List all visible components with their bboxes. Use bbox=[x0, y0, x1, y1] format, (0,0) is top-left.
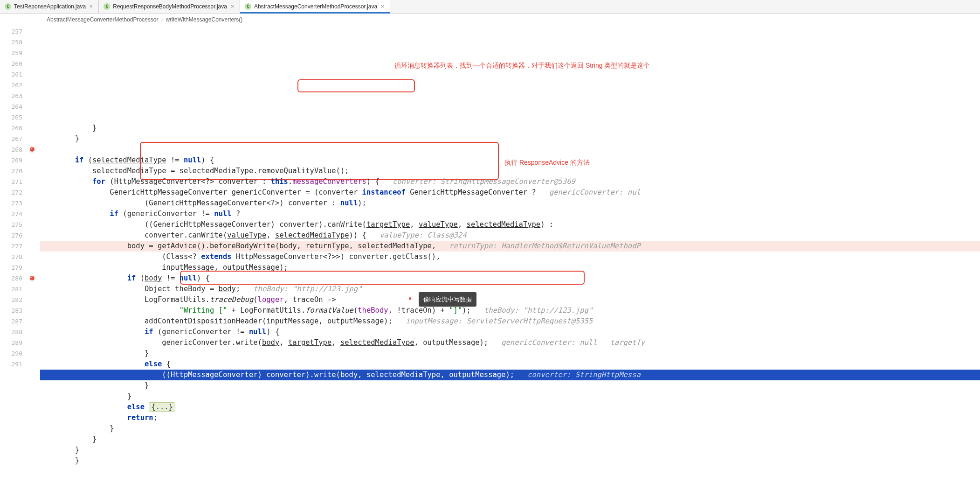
editor-tab[interactable]: CTestReponseApplication.java× bbox=[0, 0, 99, 13]
java-class-icon: C bbox=[5, 3, 11, 10]
close-icon[interactable]: × bbox=[89, 3, 94, 10]
code-line[interactable]: } bbox=[40, 123, 980, 133]
fold-ellipsis[interactable]: {...} bbox=[149, 402, 175, 412]
line-number: 260 bbox=[0, 58, 22, 69]
line-number: 263 bbox=[0, 91, 22, 101]
code-line[interactable]: } bbox=[40, 455, 980, 466]
code-line[interactable]: selectedMediaType = selectedMediaType.re… bbox=[40, 166, 980, 176]
breadcrumb: AbstractMessageConverterMethodProcessor … bbox=[0, 14, 980, 26]
line-number: 275 bbox=[0, 219, 22, 230]
line-number: 289 bbox=[0, 337, 22, 348]
breadcrumb-method[interactable]: writeWithMessageConverters() bbox=[166, 16, 242, 23]
line-number: 257 bbox=[0, 26, 22, 37]
line-number: 278 bbox=[0, 252, 22, 262]
code-line[interactable] bbox=[40, 144, 980, 155]
line-number: 262 bbox=[0, 80, 22, 91]
line-number: 258 bbox=[0, 37, 22, 48]
code-line[interactable]: if (genericConverter != null ? bbox=[40, 209, 980, 219]
breakpoint-gutter[interactable] bbox=[26, 26, 40, 466]
code-line[interactable]: genericConverter.write(body, targetType,… bbox=[40, 337, 980, 348]
line-number: 272 bbox=[0, 187, 22, 198]
code-line[interactable]: body = getAdvice().beforeBodyWrite(body,… bbox=[40, 241, 980, 252]
code-line[interactable]: ((HttpMessageConverter) converter).write… bbox=[40, 370, 980, 380]
editor-tabs: CTestReponseApplication.java×CRequestRes… bbox=[0, 0, 980, 14]
line-number: 282 bbox=[0, 294, 22, 305]
line-number: 265 bbox=[0, 112, 22, 123]
code-line[interactable]: } bbox=[40, 380, 980, 391]
code-area[interactable]: 循环消息转换器列表，找到一个合适的转换器，对于我们这个返回 String 类型的… bbox=[40, 26, 980, 466]
annotation-text-converters: 循环消息转换器列表，找到一个合适的转换器，对于我们这个返回 String 类型的… bbox=[394, 60, 650, 71]
code-line[interactable]: inputMessage, outputMessage); bbox=[40, 262, 980, 273]
line-number: 267 bbox=[0, 133, 22, 144]
code-line[interactable]: for (HttpMessageConverter<?> converter :… bbox=[40, 176, 980, 187]
code-line[interactable]: LogFormatUtils.traceDebug(logger, traceO… bbox=[40, 294, 980, 305]
code-line[interactable]: if (selectedMediaType != null) { bbox=[40, 155, 980, 166]
tab-label: TestReponseApplication.java bbox=[14, 3, 86, 10]
code-line[interactable]: return; bbox=[40, 413, 980, 423]
code-line[interactable]: ((GenericHttpMessageConverter) converter… bbox=[40, 219, 980, 230]
code-line[interactable]: } bbox=[40, 434, 980, 445]
code-line[interactable]: addContentDispositionHeader(inputMessage… bbox=[40, 316, 980, 327]
line-number: 266 bbox=[0, 123, 22, 133]
line-number: 271 bbox=[0, 176, 22, 187]
code-line[interactable]: GenericHttpMessageConverter genericConve… bbox=[40, 187, 980, 198]
code-editor[interactable]: 2572582592602612622632642652662672682692… bbox=[0, 26, 980, 466]
annotation-box-converters bbox=[297, 79, 415, 92]
chevron-right-icon: › bbox=[161, 16, 163, 23]
line-number: 264 bbox=[0, 101, 22, 112]
code-line[interactable]: converter.canWrite(valueType, selectedMe… bbox=[40, 230, 980, 241]
close-icon[interactable]: × bbox=[230, 3, 235, 10]
editor-tab[interactable]: CAbstractMessageConverterMethodProcessor… bbox=[240, 0, 390, 13]
line-number: 283 bbox=[0, 305, 22, 316]
code-line[interactable]: "Writing [" + LogFormatUtils.formatValue… bbox=[40, 305, 980, 316]
line-number: 291 bbox=[0, 359, 22, 370]
line-number: 290 bbox=[0, 348, 22, 359]
code-line[interactable]: } bbox=[40, 133, 980, 144]
line-number: 276 bbox=[0, 230, 22, 241]
code-line[interactable]: (Class<? extends HttpMessageConverter<?>… bbox=[40, 252, 980, 262]
line-number: 261 bbox=[0, 69, 22, 80]
line-number-gutter: 2572582592602612622632642652662672682692… bbox=[0, 26, 26, 466]
breadcrumb-class[interactable]: AbstractMessageConverterMethodProcessor bbox=[47, 16, 158, 23]
line-number: 280 bbox=[0, 273, 22, 284]
code-line[interactable]: Object theBody = body; theBody: "http://… bbox=[40, 284, 980, 294]
line-number: 259 bbox=[0, 48, 22, 58]
line-number: 274 bbox=[0, 209, 22, 219]
java-class-icon: C bbox=[104, 3, 110, 10]
close-icon[interactable]: × bbox=[380, 3, 385, 10]
line-number: 287 bbox=[0, 316, 22, 327]
code-line[interactable]: } bbox=[40, 445, 980, 455]
tab-label: AbstractMessageConverterMethodProcessor.… bbox=[254, 3, 377, 10]
code-line[interactable]: if (body != null) { bbox=[40, 273, 980, 284]
tab-label: RequestResponseBodyMethodProcessor.java bbox=[113, 3, 227, 10]
line-number: 273 bbox=[0, 198, 22, 209]
line-number: 268 bbox=[0, 144, 22, 155]
code-line[interactable]: else {...} bbox=[40, 402, 980, 413]
breakpoint-icon[interactable] bbox=[29, 275, 35, 281]
code-line[interactable]: if (genericConverter != null) { bbox=[40, 327, 980, 337]
line-number: 277 bbox=[0, 241, 22, 252]
code-line[interactable]: } bbox=[40, 391, 980, 402]
code-line[interactable]: } bbox=[40, 423, 980, 434]
breakpoint-icon[interactable] bbox=[29, 146, 35, 153]
line-number: 281 bbox=[0, 284, 22, 294]
java-class-icon: C bbox=[245, 3, 251, 10]
code-line[interactable]: } bbox=[40, 348, 980, 359]
line-number: 288 bbox=[0, 327, 22, 337]
code-line[interactable]: else { bbox=[40, 359, 980, 370]
line-number: 279 bbox=[0, 262, 22, 273]
line-number: 269 bbox=[0, 155, 22, 166]
editor-tab[interactable]: CRequestResponseBodyMethodProcessor.java… bbox=[99, 0, 240, 13]
code-line[interactable]: (GenericHttpMessageConverter<?>) convert… bbox=[40, 198, 980, 209]
line-number: 270 bbox=[0, 166, 22, 176]
